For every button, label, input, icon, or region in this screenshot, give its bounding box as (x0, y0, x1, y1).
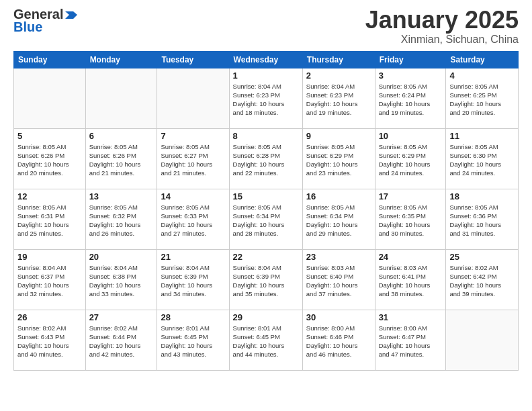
table-row: 7Sunrise: 8:05 AM Sunset: 6:27 PM Daylig… (157, 128, 229, 189)
day-number: 19 (17, 252, 82, 262)
day-info: Sunrise: 8:05 AM Sunset: 6:29 PM Dayligh… (306, 142, 371, 178)
table-row: 31Sunrise: 8:00 AM Sunset: 6:47 PM Dayli… (375, 310, 446, 370)
day-number: 28 (161, 312, 225, 322)
table-row (85, 68, 157, 128)
week-row-2: 5Sunrise: 8:05 AM Sunset: 6:26 PM Daylig… (14, 128, 519, 189)
day-info: Sunrise: 8:05 AM Sunset: 6:26 PM Dayligh… (89, 142, 154, 178)
day-number: 24 (379, 252, 443, 262)
day-number: 18 (449, 191, 515, 201)
week-row-3: 12Sunrise: 8:05 AM Sunset: 6:31 PM Dayli… (14, 189, 519, 249)
table-row: 15Sunrise: 8:05 AM Sunset: 6:34 PM Dayli… (229, 189, 302, 249)
table-row: 19Sunrise: 8:04 AM Sunset: 6:37 PM Dayli… (14, 249, 86, 310)
day-info: Sunrise: 8:00 AM Sunset: 6:47 PM Dayligh… (379, 324, 443, 359)
table-row: 8Sunrise: 8:05 AM Sunset: 6:28 PM Daylig… (229, 128, 302, 189)
day-info: Sunrise: 8:04 AM Sunset: 6:39 PM Dayligh… (161, 263, 225, 299)
day-info: Sunrise: 8:05 AM Sunset: 6:35 PM Dayligh… (379, 203, 443, 238)
table-row: 24Sunrise: 8:03 AM Sunset: 6:41 PM Dayli… (375, 249, 446, 310)
day-number: 30 (306, 312, 371, 322)
table-row (446, 310, 519, 370)
day-number: 31 (379, 312, 443, 322)
calendar-table: Sunday Monday Tuesday Wednesday Thursday… (13, 51, 519, 371)
day-number: 26 (17, 312, 82, 322)
table-row: 25Sunrise: 8:02 AM Sunset: 6:42 PM Dayli… (446, 249, 519, 310)
week-row-4: 19Sunrise: 8:04 AM Sunset: 6:37 PM Dayli… (14, 249, 519, 310)
day-number: 5 (17, 131, 82, 141)
title-section: January 2025 Xinmian, Sichuan, China (365, 7, 519, 46)
day-number: 17 (379, 191, 443, 201)
day-number: 11 (449, 131, 515, 141)
day-info: Sunrise: 8:04 AM Sunset: 6:37 PM Dayligh… (17, 263, 82, 299)
logo: General Blue (13, 7, 79, 35)
table-row (157, 68, 229, 128)
day-number: 9 (306, 131, 371, 141)
day-number: 3 (379, 71, 443, 81)
day-info: Sunrise: 8:05 AM Sunset: 6:31 PM Dayligh… (17, 203, 82, 238)
table-row: 21Sunrise: 8:04 AM Sunset: 6:39 PM Dayli… (157, 249, 229, 310)
table-row: 4Sunrise: 8:05 AM Sunset: 6:25 PM Daylig… (446, 68, 519, 128)
table-row: 26Sunrise: 8:02 AM Sunset: 6:43 PM Dayli… (14, 310, 86, 370)
day-info: Sunrise: 8:05 AM Sunset: 6:27 PM Dayligh… (161, 142, 225, 178)
page: General Blue January 2025 Xinmian, Sichu… (0, 0, 532, 411)
table-row: 27Sunrise: 8:02 AM Sunset: 6:44 PM Dayli… (85, 310, 157, 370)
day-info: Sunrise: 8:05 AM Sunset: 6:34 PM Dayligh… (233, 203, 299, 238)
table-row: 29Sunrise: 8:01 AM Sunset: 6:45 PM Dayli… (229, 310, 302, 370)
table-row: 17Sunrise: 8:05 AM Sunset: 6:35 PM Dayli… (375, 189, 446, 249)
table-row: 23Sunrise: 8:03 AM Sunset: 6:40 PM Dayli… (302, 249, 375, 310)
logo-arrow-icon (64, 7, 79, 22)
table-row: 5Sunrise: 8:05 AM Sunset: 6:26 PM Daylig… (14, 128, 86, 189)
day-number: 10 (379, 131, 443, 141)
header-wednesday: Wednesday (229, 51, 302, 68)
day-number: 6 (89, 131, 154, 141)
table-row: 12Sunrise: 8:05 AM Sunset: 6:31 PM Dayli… (14, 189, 86, 249)
day-number: 16 (306, 191, 371, 201)
day-info: Sunrise: 8:05 AM Sunset: 6:29 PM Dayligh… (379, 142, 443, 178)
day-info: Sunrise: 8:02 AM Sunset: 6:44 PM Dayligh… (89, 324, 154, 359)
day-number: 12 (17, 191, 82, 201)
day-info: Sunrise: 8:05 AM Sunset: 6:26 PM Dayligh… (17, 142, 82, 178)
table-row: 28Sunrise: 8:01 AM Sunset: 6:45 PM Dayli… (157, 310, 229, 370)
table-row: 20Sunrise: 8:04 AM Sunset: 6:38 PM Dayli… (85, 249, 157, 310)
day-info: Sunrise: 8:03 AM Sunset: 6:40 PM Dayligh… (306, 263, 371, 299)
day-info: Sunrise: 8:05 AM Sunset: 6:36 PM Dayligh… (449, 203, 515, 238)
table-row: 3Sunrise: 8:05 AM Sunset: 6:24 PM Daylig… (375, 68, 446, 128)
day-number: 7 (161, 131, 225, 141)
table-row: 18Sunrise: 8:05 AM Sunset: 6:36 PM Dayli… (446, 189, 519, 249)
table-row: 9Sunrise: 8:05 AM Sunset: 6:29 PM Daylig… (302, 128, 375, 189)
day-info: Sunrise: 8:00 AM Sunset: 6:46 PM Dayligh… (306, 324, 371, 359)
day-number: 22 (233, 252, 299, 262)
day-number: 15 (233, 191, 299, 201)
day-info: Sunrise: 8:05 AM Sunset: 6:28 PM Dayligh… (233, 142, 299, 178)
week-row-5: 26Sunrise: 8:02 AM Sunset: 6:43 PM Dayli… (14, 310, 519, 370)
header: General Blue January 2025 Xinmian, Sichu… (13, 7, 519, 46)
day-number: 8 (233, 131, 299, 141)
day-info: Sunrise: 8:05 AM Sunset: 6:32 PM Dayligh… (89, 203, 154, 238)
table-row: 14Sunrise: 8:05 AM Sunset: 6:33 PM Dayli… (157, 189, 229, 249)
day-info: Sunrise: 8:05 AM Sunset: 6:33 PM Dayligh… (161, 203, 225, 238)
day-info: Sunrise: 8:05 AM Sunset: 6:25 PM Dayligh… (449, 82, 515, 118)
table-row: 11Sunrise: 8:05 AM Sunset: 6:30 PM Dayli… (446, 128, 519, 189)
header-tuesday: Tuesday (157, 51, 229, 68)
week-row-1: 1Sunrise: 8:04 AM Sunset: 6:23 PM Daylig… (14, 68, 519, 128)
day-info: Sunrise: 8:02 AM Sunset: 6:42 PM Dayligh… (449, 263, 515, 299)
table-row: 2Sunrise: 8:04 AM Sunset: 6:23 PM Daylig… (302, 68, 375, 128)
month-title: January 2025 (365, 7, 519, 34)
table-row: 10Sunrise: 8:05 AM Sunset: 6:29 PM Dayli… (375, 128, 446, 189)
header-saturday: Saturday (446, 51, 519, 68)
header-monday: Monday (85, 51, 157, 68)
day-info: Sunrise: 8:04 AM Sunset: 6:23 PM Dayligh… (306, 82, 371, 118)
day-info: Sunrise: 8:01 AM Sunset: 6:45 PM Dayligh… (161, 324, 225, 359)
day-info: Sunrise: 8:01 AM Sunset: 6:45 PM Dayligh… (233, 324, 299, 359)
day-info: Sunrise: 8:05 AM Sunset: 6:24 PM Dayligh… (379, 82, 443, 118)
day-info: Sunrise: 8:02 AM Sunset: 6:43 PM Dayligh… (17, 324, 82, 359)
day-number: 14 (161, 191, 225, 201)
table-row: 1Sunrise: 8:04 AM Sunset: 6:23 PM Daylig… (229, 68, 302, 128)
day-number: 29 (233, 312, 299, 322)
day-info: Sunrise: 8:04 AM Sunset: 6:39 PM Dayligh… (233, 263, 299, 299)
header-friday: Friday (375, 51, 446, 68)
day-number: 23 (306, 252, 371, 262)
table-row: 6Sunrise: 8:05 AM Sunset: 6:26 PM Daylig… (85, 128, 157, 189)
weekday-header-row: Sunday Monday Tuesday Wednesday Thursday… (14, 51, 519, 68)
day-number: 13 (89, 191, 154, 201)
day-number: 27 (89, 312, 154, 322)
day-number: 1 (233, 71, 299, 81)
